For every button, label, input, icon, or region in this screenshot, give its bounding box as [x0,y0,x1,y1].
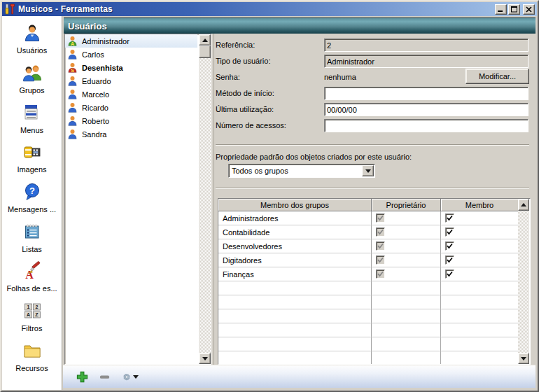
user-list-scrollbar[interactable] [199,34,211,364]
add-user-button[interactable] [74,369,90,384]
user-list-item-sandra[interactable]: Sandra [65,127,197,141]
sidebar-item-label: Usuários [2,46,62,55]
combo-dropdown-button[interactable] [362,165,374,176]
scroll-up-button[interactable] [518,199,529,211]
sidebar-item-imagens[interactable]: Imagens [2,142,62,180]
user-list-item-ricardo[interactable]: Ricardo [65,101,197,114]
user-icon [68,76,77,86]
numero-acessos-input[interactable] [324,119,528,132]
triangle-down-icon [521,357,526,360]
svg-text:?: ? [29,186,35,196]
user-list-item-desenhista[interactable]: SDesenhista [65,61,197,74]
group-name-cell[interactable]: Desenvolvedores [218,239,372,253]
user-icon [68,129,77,139]
membro-checkbox[interactable] [445,214,454,223]
user-list-item-eduardo[interactable]: Eduardo [65,74,197,88]
referencia-field[interactable] [324,38,528,52]
scroll-down-button[interactable] [199,353,211,364]
table-row: Contabilidade [218,225,530,239]
proprietario-checkbox[interactable] [376,227,385,237]
panel-splitter[interactable] [214,34,214,365]
sidebar-item-menus[interactable]: Menus [2,103,62,141]
table-row-empty [218,337,530,351]
minimize-icon [498,6,504,13]
metodo-inicio-input[interactable] [324,87,528,100]
sidebar-item-usuarios[interactable]: Usuários [2,23,62,61]
membro-checkbox[interactable] [445,227,454,237]
user-icon: S [68,62,77,73]
proprietario-cell [372,267,441,281]
scrollbar-track[interactable] [518,211,529,353]
sidebar-item-folhas-de-es[interactable]: AFolhas de es... [2,261,62,299]
tipo-usuario-field[interactable] [324,55,528,68]
maximize-icon [511,6,518,13]
sidebar-item-filtros[interactable]: 12AZFiltros [2,301,62,339]
folder-icon [2,341,62,362]
sidebar-item-recursos[interactable]: Recursos [2,341,62,379]
ultima-utilizacao-input[interactable] [324,103,528,116]
column-header-membro-dos-grupos[interactable]: Membro dos grupos [218,199,372,211]
close-button[interactable] [523,4,535,15]
remove-user-button[interactable] [97,369,112,384]
table-row: Digitadores [218,253,530,267]
sidebar-item-mensagens[interactable]: ?Mensagens ... [2,182,62,220]
group-name-cell[interactable]: Digitadores [218,253,372,267]
sidebar-item-listas[interactable]: Listas [2,222,62,260]
app-window: Musicos - Ferramentas UsuáriosGruposMenu… [0,0,539,392]
combo-value: Todos os grupos [229,167,362,175]
message-icon: ? [2,182,62,203]
sidebar-item-label: Imagens [2,165,62,174]
minus-icon [99,371,111,383]
column-header-membro[interactable]: Membro [441,199,519,211]
column-header-proprietario[interactable]: Proprietário [372,199,441,211]
table-row: Desenvolvedores [218,239,530,253]
gear-icon [123,370,130,384]
scrollbar-track[interactable] [199,58,211,353]
scroll-up-button[interactable] [199,34,211,46]
proprietario-cell [372,253,441,267]
membro-checkbox[interactable] [445,270,454,279]
svg-text:Z: Z [35,312,38,317]
user-name: Carlos [82,50,104,59]
minimize-button[interactable] [495,4,507,15]
maximize-button[interactable] [508,4,520,15]
user-list-item-carlos[interactable]: Carlos [65,48,197,61]
group-name-cell[interactable]: Administradores [218,211,372,225]
svg-text:A: A [26,312,29,317]
user-icon [68,115,77,126]
scrollbar-thumb[interactable] [199,46,211,58]
default-property-select[interactable]: Todos os grupos [228,164,375,178]
modificar-button[interactable]: Modificar... [465,69,529,84]
membro-cell [441,225,519,239]
proprietario-checkbox[interactable] [376,241,385,251]
table-scrollbar[interactable] [518,199,529,364]
chevron-down-icon [365,169,371,173]
user-list-item-roberto[interactable]: Roberto [65,114,197,127]
sidebar-item-grupos[interactable]: Grupos [2,63,62,101]
membro-checkbox[interactable] [445,255,454,265]
settings-button[interactable] [123,369,139,384]
metodo-inicio-label: Método de início: [216,87,274,100]
user-name: Marcelo [82,90,109,99]
proprietario-checkbox[interactable] [376,214,385,223]
tipo-usuario-label: Tipo de usuário: [216,55,270,68]
notepad-icon [2,222,62,243]
scroll-down-button[interactable] [518,353,529,364]
group-name-cell[interactable]: Contabilidade [218,225,372,239]
membro-checkbox[interactable] [445,241,454,251]
user-list-item-administrador[interactable]: AAdministrador [65,34,197,48]
sidebar-item-label: Recursos [2,364,62,372]
user-list-item-marcelo[interactable]: Marcelo [65,88,197,101]
stylesheet-icon: A [2,261,62,282]
table-row: Finanças [218,267,530,281]
svg-text:A: A [71,41,74,46]
user-name: Roberto [82,117,109,125]
svg-text:2: 2 [35,304,38,309]
proprietario-checkbox[interactable] [376,255,385,265]
title-bar[interactable]: Musicos - Ferramentas [2,2,537,16]
proprietario-cell [372,225,441,239]
proprietario-checkbox[interactable] [376,270,385,279]
sidebar-item-label: Listas [2,245,62,253]
plus-icon [76,371,88,383]
group-name-cell[interactable]: Finanças [218,267,372,281]
